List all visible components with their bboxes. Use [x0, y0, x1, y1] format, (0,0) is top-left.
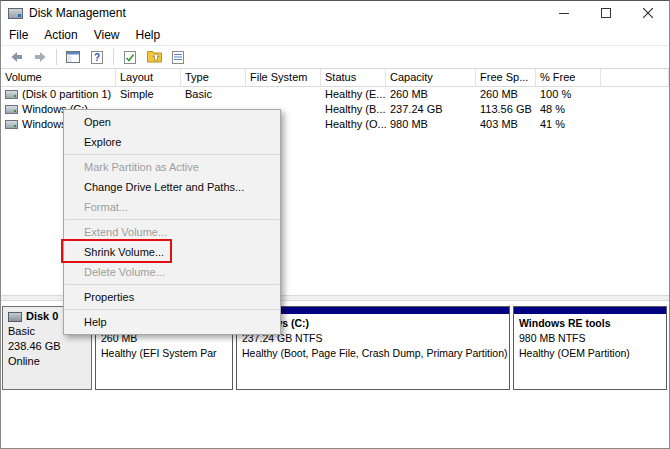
cell-pct-free: 41 % — [536, 117, 601, 132]
disk-status: Online — [8, 354, 86, 369]
partition-name: Windows RE tools — [519, 316, 661, 331]
views-icon[interactable] — [167, 47, 189, 67]
partition-color-stripe — [514, 307, 666, 314]
window-controls — [543, 1, 669, 25]
volume-name: (Disk 0 partition 1) — [22, 87, 111, 102]
up-folder-icon[interactable] — [143, 47, 165, 67]
console-tree-icon[interactable] — [62, 47, 84, 67]
minimize-button[interactable] — [543, 1, 585, 25]
forward-icon[interactable] — [29, 47, 51, 67]
menu-view[interactable]: View — [86, 26, 128, 44]
disk-name: Disk 0 — [26, 309, 58, 324]
cell-pct-free: 48 % — [536, 102, 601, 117]
cell-free-space: 260 MB — [476, 87, 536, 102]
column-header-layout[interactable]: Layout — [116, 69, 181, 86]
cell-status: Healthy (O... — [321, 117, 386, 132]
partition-status: Healthy (EFI System Par — [101, 346, 227, 361]
disk-management-window: Disk Management File Action View Help — [0, 0, 670, 449]
cell-free-space: 403 MB — [476, 117, 536, 132]
menu-separator — [65, 284, 279, 285]
toolbar-separator — [113, 49, 114, 65]
shrink-volume-highlight — [61, 239, 172, 263]
partition-status: Healthy (OEM Partition) — [519, 346, 661, 361]
volume-icon — [5, 105, 18, 114]
disk-size: 238.46 GB — [8, 339, 86, 354]
column-header-file-system[interactable]: File System — [246, 69, 321, 86]
menu-separator — [65, 309, 279, 310]
cell-layout: Simple — [116, 87, 181, 102]
partition-size: 980 MB NTFS — [519, 331, 661, 346]
volume-icon — [5, 90, 18, 99]
help-icon[interactable]: ? — [86, 47, 108, 67]
menu-action[interactable]: Action — [36, 26, 85, 44]
context-menu: Open Explore Mark Partition as Active Ch… — [63, 109, 281, 335]
cell-capacity: 260 MB — [386, 87, 476, 102]
cell-status: Healthy (E... — [321, 87, 386, 102]
cell-file-system — [246, 87, 321, 102]
volume-row-disk0-partition1[interactable]: (Disk 0 partition 1) Simple Basic Health… — [1, 87, 669, 102]
menu-item-explore[interactable]: Explore — [64, 132, 280, 152]
maximize-button[interactable] — [585, 1, 627, 25]
column-header-type[interactable]: Type — [181, 69, 246, 86]
menu-separator — [65, 219, 279, 220]
menu-item-format: Format... — [64, 197, 280, 217]
back-icon[interactable] — [5, 47, 27, 67]
cell-free-space: 113.56 GB — [476, 102, 536, 117]
menu-item-change-drive-letter[interactable]: Change Drive Letter and Paths... — [64, 177, 280, 197]
close-button[interactable] — [627, 1, 669, 25]
app-icon — [8, 8, 23, 19]
menu-file[interactable]: File — [1, 26, 36, 44]
cell-type: Basic — [181, 87, 246, 102]
partition-name: Windows (C:) — [242, 316, 504, 331]
toolbar-separator — [56, 49, 57, 65]
volume-icon — [5, 120, 18, 129]
cell-capacity: 980 MB — [386, 117, 476, 132]
menu-item-help[interactable]: Help — [64, 312, 280, 332]
menu-item-open[interactable]: Open — [64, 112, 280, 132]
menu-separator — [65, 154, 279, 155]
partition-size: 237.24 GB NTFS — [242, 331, 504, 346]
column-header-pct-free[interactable]: % Free — [536, 69, 601, 86]
partition-status: Healthy (Boot, Page File, Crash Dump, Pr… — [242, 346, 504, 361]
menubar: File Action View Help — [1, 25, 669, 45]
window-title: Disk Management — [29, 6, 126, 20]
disk-icon — [8, 312, 22, 322]
titlebar: Disk Management — [1, 1, 669, 25]
volume-list-header: Volume Layout Type File System Status Ca… — [1, 69, 669, 87]
toolbar: ? — [1, 45, 669, 69]
menu-item-properties[interactable]: Properties — [64, 287, 280, 307]
column-header-filler — [601, 69, 669, 86]
svg-text:?: ? — [94, 52, 100, 63]
cell-capacity: 237.24 GB — [386, 102, 476, 117]
column-header-free-space[interactable]: Free Sp... — [476, 69, 536, 86]
column-header-capacity[interactable]: Capacity — [386, 69, 476, 86]
export-list-icon[interactable] — [119, 47, 141, 67]
cell-status: Healthy (B... — [321, 102, 386, 117]
column-header-status[interactable]: Status — [321, 69, 386, 86]
cell-pct-free: 100 % — [536, 87, 601, 102]
menu-item-mark-partition-active: Mark Partition as Active — [64, 157, 280, 177]
partition-windows-re-tools[interactable]: Windows RE tools 980 MB NTFS Healthy (OE… — [513, 306, 667, 390]
menu-item-delete-volume: Delete Volume... — [64, 262, 280, 282]
column-header-volume[interactable]: Volume — [1, 69, 116, 86]
menu-help[interactable]: Help — [128, 26, 169, 44]
